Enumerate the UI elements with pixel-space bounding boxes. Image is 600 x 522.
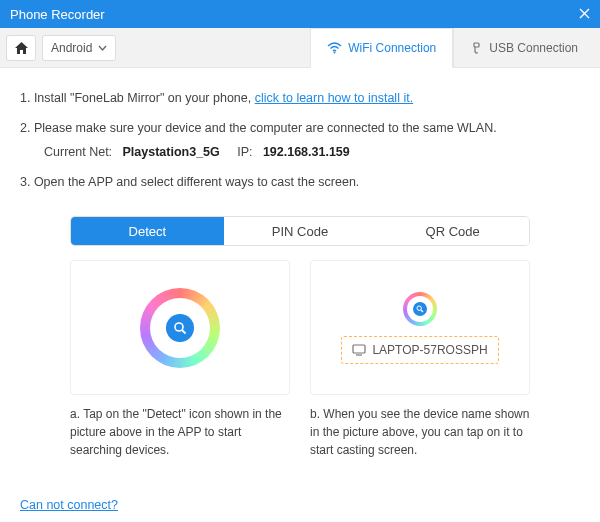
- detect-panels: a. Tap on the "Detect" icon shown in the…: [70, 260, 530, 459]
- panel-b-caption: b. When you see the device name shown in…: [310, 405, 530, 459]
- current-net-label: Current Net:: [44, 145, 112, 159]
- platform-select[interactable]: Android: [42, 35, 116, 61]
- panel-b-illustration: LAPTOP-57ROSSPH: [310, 260, 530, 395]
- footer: Can not connect?: [20, 487, 580, 512]
- step-2-text: 2. Please make sure your device and the …: [20, 121, 497, 135]
- panel-a: a. Tap on the "Detect" icon shown in the…: [70, 260, 290, 459]
- panel-a-caption: a. Tap on the "Detect" icon shown in the…: [70, 405, 290, 459]
- titlebar: Phone Recorder: [0, 0, 600, 28]
- method-tabs: Detect PIN Code QR Code: [70, 216, 530, 246]
- step-3: 3. Open the APP and select different way…: [20, 172, 580, 192]
- ip-value: 192.168.31.159: [263, 145, 350, 159]
- tab-usb-connection[interactable]: USB Connection: [453, 28, 594, 68]
- magnifier-icon: [166, 314, 194, 342]
- steps-list: 1. Install "FoneLab Mirror" on your phon…: [20, 88, 580, 202]
- tab-detect-label: Detect: [129, 224, 167, 239]
- cannot-connect-link[interactable]: Can not connect?: [20, 498, 118, 512]
- tab-qr-code[interactable]: QR Code: [376, 217, 529, 245]
- panel-b: LAPTOP-57ROSSPH b. When you see the devi…: [310, 260, 530, 459]
- svg-rect-1: [474, 43, 479, 47]
- step-1-text: 1. Install "FoneLab Mirror" on your phon…: [20, 91, 255, 105]
- step-1: 1. Install "FoneLab Mirror" on your phon…: [20, 88, 580, 108]
- device-item: LAPTOP-57ROSSPH: [341, 336, 498, 364]
- home-button[interactable]: [6, 35, 36, 61]
- svg-point-2: [175, 323, 183, 331]
- tab-usb-label: USB Connection: [489, 41, 578, 55]
- close-icon[interactable]: [579, 6, 590, 22]
- panel-a-illustration: [70, 260, 290, 395]
- step-2: 2. Please make sure your device and the …: [20, 118, 580, 162]
- tab-pin-code[interactable]: PIN Code: [224, 217, 377, 245]
- toolbar: Android WiFi Connection USB Connection: [0, 28, 600, 68]
- network-info: Current Net: Playstation3_5G IP: 192.168…: [44, 142, 580, 162]
- install-link[interactable]: click to learn how to install it.: [255, 91, 413, 105]
- tab-wifi-connection[interactable]: WiFi Connection: [310, 28, 453, 68]
- content: 1. Install "FoneLab Mirror" on your phon…: [0, 68, 600, 522]
- device-name: LAPTOP-57ROSSPH: [372, 343, 487, 357]
- window-title: Phone Recorder: [10, 7, 105, 22]
- usb-icon: [470, 42, 483, 54]
- svg-point-3: [417, 306, 421, 310]
- platform-label: Android: [51, 41, 92, 55]
- svg-rect-4: [353, 345, 365, 353]
- chevron-down-icon: [98, 45, 107, 51]
- svg-point-0: [334, 52, 336, 54]
- ssid-value: Playstation3_5G: [123, 145, 220, 159]
- tab-qr-label: QR Code: [426, 224, 480, 239]
- home-icon: [14, 41, 29, 55]
- wifi-icon: [327, 42, 342, 54]
- detect-ring-icon: [140, 288, 220, 368]
- detect-small-ring-icon: [403, 292, 437, 326]
- monitor-icon: [352, 344, 366, 356]
- tab-wifi-label: WiFi Connection: [348, 41, 436, 55]
- tab-detect[interactable]: Detect: [71, 217, 224, 245]
- ip-label: IP:: [237, 145, 252, 159]
- step-3-text: 3. Open the APP and select different way…: [20, 175, 359, 189]
- magnifier-small-icon: [413, 302, 427, 316]
- tab-pin-label: PIN Code: [272, 224, 328, 239]
